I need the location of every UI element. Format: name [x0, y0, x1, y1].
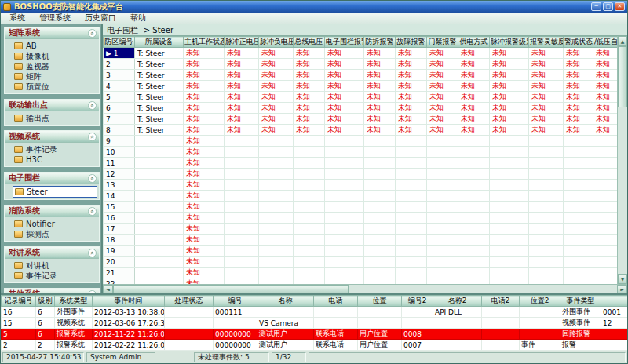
event-column-header[interactable]: 位置2	[520, 296, 560, 307]
menu-item-3[interactable]: 历史窗口	[78, 13, 123, 24]
zone-column-header[interactable]: 故障报警	[396, 37, 427, 48]
zone-cell	[427, 147, 458, 158]
zone-row[interactable]: 17未知	[104, 224, 618, 235]
scrollbar-thumb[interactable]	[618, 46, 627, 107]
zone-row[interactable]: 19未知	[104, 246, 618, 257]
sidebar-item-6-2[interactable]: 事件记录	[13, 271, 97, 281]
vertical-scrollbar[interactable]: ▲ ▼	[617, 36, 627, 284]
sidebar-item-5-2[interactable]: 探测点	[13, 229, 97, 239]
sidebar-group-header[interactable]: 对讲系统»	[5, 247, 99, 259]
zone-column-header[interactable]: 脉冲负电压	[259, 37, 294, 48]
collapse-chevron-icon[interactable]: »	[88, 249, 97, 257]
scroll-down-icon[interactable]: ▼	[618, 274, 627, 284]
zone-column-header[interactable]: 门禁报警	[427, 37, 458, 48]
collapse-chevron-icon[interactable]: »	[88, 101, 97, 110]
sidebar-item-1-2[interactable]: 摄像机	[13, 51, 97, 61]
sidebar-item-1-5[interactable]: 预置位	[13, 82, 97, 92]
event-column-header[interactable]: 位置	[358, 296, 402, 307]
zone-row[interactable]: 2T: Steer未知未知未知未知未知未知未知未知未知未知未知未知未知	[104, 59, 618, 70]
event-column-header[interactable]: 事件时间	[93, 296, 165, 307]
event-row[interactable]: 166外围事件2012-03-13 10:38:04000111API DLL外…	[2, 307, 628, 318]
collapse-chevron-icon[interactable]: »	[88, 133, 97, 141]
zone-row[interactable]: 3T: Steer未知未知未知未知未知未知未知未知未知未知未知未知未知	[104, 70, 618, 81]
zone-row[interactable]: 7T: Steer未知未知未知未知未知未知未知未知未知未知未知未知未知	[104, 114, 618, 125]
sidebar-item-3-1[interactable]: 事件记录	[13, 144, 97, 155]
zone-row[interactable]: 22未知	[104, 278, 618, 285]
zone-column-header[interactable]: 防拆报警	[364, 37, 396, 48]
collapse-chevron-icon[interactable]: »	[88, 207, 97, 216]
collapse-chevron-icon[interactable]: »	[88, 174, 97, 183]
zone-column-header[interactable]: 供电方式	[458, 37, 490, 48]
zone-row[interactable]: 18未知	[104, 235, 618, 246]
collapse-chevron-icon[interactable]: »	[88, 290, 97, 294]
hscrollbar-track[interactable]	[113, 285, 617, 293]
sidebar-item-1-3[interactable]: 监视器	[13, 61, 97, 71]
zone-column-header[interactable]: /低压自动切	[593, 37, 618, 48]
event-column-header[interactable]: 编号2	[402, 296, 433, 307]
zone-row[interactable]: 9未知	[104, 136, 618, 147]
horizontal-scrollbar[interactable]: ◄ ►	[103, 284, 627, 293]
sidebar-item-3-2[interactable]: H3C	[13, 155, 97, 165]
event-column-header[interactable]: 处理状态	[165, 296, 214, 307]
event-row[interactable]: 156视频系统2012-03-06 17:26:34VS Camera视频事件1…	[2, 318, 628, 329]
minimize-button[interactable]: ─	[591, 2, 601, 11]
menu-item-1[interactable]: 系统	[2, 13, 32, 24]
zone-row[interactable]: 15未知	[104, 202, 618, 213]
zone-row[interactable]: ▶ 1T: Steer未知未知未知未知未知未知未知未知未知未知未知未知未知	[104, 48, 618, 59]
sidebar-item-4-1[interactable]: Steer	[13, 186, 97, 198]
sidebar-group-header[interactable]: 消防系统»	[5, 206, 99, 217]
zone-column-header[interactable]: 电子围栏报警	[325, 37, 364, 48]
event-column-header[interactable]: 电话	[314, 296, 358, 307]
zone-column-header[interactable]: 报警灵敏度	[529, 37, 564, 48]
maximize-button[interactable]: ▢	[603, 2, 613, 11]
collapse-chevron-icon[interactable]: »	[88, 29, 97, 38]
zone-column-header[interactable]: 主机工作状态	[184, 37, 225, 48]
sidebar-item-6-1[interactable]: 对讲机	[13, 260, 97, 271]
zone-row[interactable]: 14未知	[104, 191, 618, 202]
event-column-header[interactable]: 级别	[36, 296, 55, 307]
event-row[interactable]: 22报警系统2012-02-22 11:26:0200000000测试用户联系电…	[2, 340, 628, 351]
event-row[interactable]: 56报警系统2012-11-22 11:26:0200000000测试用户联系电…	[2, 329, 628, 340]
sidebar-item-5-1[interactable]: Notifier	[13, 219, 97, 229]
event-column-header[interactable]: 记录编号	[2, 296, 36, 307]
scroll-up-icon[interactable]: ▲	[618, 36, 627, 46]
zone-row[interactable]: 20未知	[104, 257, 618, 268]
zone-row[interactable]: 12未知	[104, 169, 618, 180]
zone-column-header[interactable]: 总线电压	[294, 37, 325, 48]
close-button[interactable]: ✕	[615, 2, 625, 11]
event-column-header[interactable]: 名称2	[433, 296, 482, 307]
sidebar-item-1-1[interactable]: AB	[13, 41, 97, 51]
zone-row[interactable]: 16未知	[104, 213, 618, 224]
event-column-header[interactable]: 电话2	[482, 296, 520, 307]
zone-column-header[interactable]: 所属设备	[135, 37, 184, 48]
menu-item-4[interactable]: 帮助	[123, 13, 153, 24]
sidebar-group-header[interactable]: 电子围栏»	[5, 173, 99, 184]
sidebar-item-1-4[interactable]: 矩阵	[13, 71, 97, 82]
scroll-right-icon[interactable]: ►	[617, 285, 627, 293]
zone-column-header[interactable]: 警戒状态	[564, 37, 593, 48]
zone-column-header[interactable]: 脉冲正电压	[225, 37, 259, 48]
zone-row[interactable]: 4T: Steer未知未知未知未知未知未知未知未知未知未知未知未知未知	[104, 81, 618, 92]
zone-row[interactable]: 10未知	[104, 147, 618, 158]
event-column-header[interactable]: 编号	[214, 296, 257, 307]
zone-row[interactable]: 5T: Steer未知未知未知未知未知未知未知未知未知未知未知未知未知	[104, 92, 618, 103]
event-column-header[interactable]	[601, 296, 628, 307]
zone-row[interactable]: 6T: Steer未知未知未知未知未知未知未知未知未知未知未知未知未知	[104, 103, 618, 114]
zone-row[interactable]: 8T: Steer未知未知未知未知未知未知未知未知未知未知未知未知未知	[104, 125, 618, 136]
zone-column-header[interactable]: 脉冲报警级别	[490, 37, 529, 48]
event-column-header[interactable]: 事件类型	[560, 296, 601, 307]
scrollbar-track[interactable]	[618, 46, 627, 274]
sidebar-group-header[interactable]: 矩阵系统»	[5, 27, 99, 39]
event-column-header[interactable]: 名称	[257, 296, 314, 307]
zone-column-header[interactable]: 防区编号	[104, 37, 135, 48]
hscrollbar-thumb[interactable]	[113, 285, 349, 293]
zone-row[interactable]: 21未知	[104, 268, 618, 278]
sidebar-item-2-1[interactable]: 输出点	[13, 113, 97, 123]
scroll-left-icon[interactable]: ◄	[103, 285, 113, 293]
zone-row[interactable]: 11未知	[104, 158, 618, 169]
menu-item-2[interactable]: 管理系统	[32, 13, 78, 24]
sidebar-group-header[interactable]: 视频系统»	[5, 131, 99, 143]
event-column-header[interactable]: 系统类型	[55, 296, 93, 307]
sidebar-group-header[interactable]: 联动输出点»	[5, 100, 99, 111]
zone-row[interactable]: 13未知	[104, 180, 618, 191]
